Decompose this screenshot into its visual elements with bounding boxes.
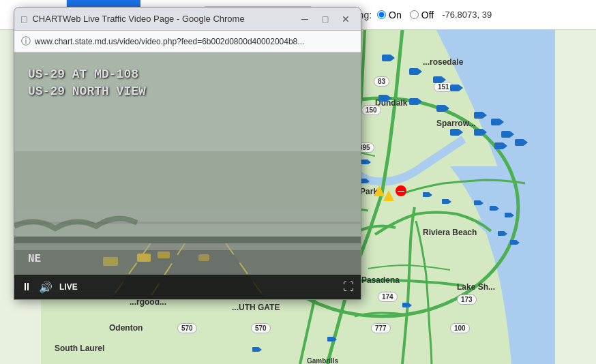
camera-icon-9[interactable] — [436, 105, 446, 112]
fullscreen-button[interactable]: ⛶ — [343, 281, 354, 293]
video-direction-label: NE — [28, 253, 41, 265]
browser-address-bar: ⓘ www.chart.state.md.us/video/video.php?… — [14, 31, 361, 52]
road-label-570: 570 — [177, 323, 197, 333]
camera-icon-5[interactable] — [433, 76, 443, 83]
camera-icon-32[interactable] — [402, 303, 409, 307]
road-label-83: 83 — [374, 76, 389, 87]
clustering-on-label: On — [389, 10, 402, 20]
road-label-777: 777 — [371, 323, 391, 333]
video-line2: US-29 NORTH VIEW — [28, 85, 146, 98]
volume-button[interactable]: 🔊 — [39, 281, 53, 294]
road-label-173: 173 — [457, 294, 477, 305]
volume-icon: 🔊 — [39, 281, 53, 294]
camera-icon-11[interactable] — [491, 119, 501, 125]
svg-rect-10 — [103, 257, 118, 266]
clustering-on-radio[interactable] — [377, 10, 386, 19]
camera-icon-3[interactable] — [382, 55, 391, 61]
video-controls-bar: ⏸ 🔊 LIVE ⛶ — [14, 275, 361, 299]
camera-icon-8[interactable] — [409, 98, 419, 105]
info-icon: ⓘ — [21, 35, 31, 48]
clustering-off-label: Off — [421, 10, 434, 20]
camera-icon-13[interactable] — [474, 129, 483, 136]
close-button[interactable]: ✕ — [338, 11, 354, 27]
camera-icon-23[interactable] — [442, 199, 449, 204]
road-label-570b: 570 — [251, 323, 271, 333]
minimize-icon: ─ — [301, 14, 308, 25]
clustering-radio-group: On Off — [377, 10, 434, 20]
clustering-off-option[interactable]: Off — [410, 10, 434, 20]
browser-title-area: □ CHARTWeb Live Traffic Video Page - Goo… — [21, 14, 297, 25]
road-label-100b: 100 — [450, 323, 470, 333]
browser-window: □ CHARTWeb Live Traffic Video Page - Goo… — [14, 7, 361, 300]
video-line1: US-29 AT MD-108 — [28, 67, 138, 81]
camera-icon-22[interactable] — [423, 192, 430, 197]
road-label-774: 174 — [378, 292, 398, 302]
live-badge: LIVE — [59, 282, 78, 292]
close-icon: ✕ — [342, 14, 350, 25]
browser-titlebar: □ CHARTWeb Live Traffic Video Page - Goo… — [14, 7, 361, 31]
svg-rect-9 — [158, 252, 170, 258]
video-overlay-text: US-29 AT MD-108 US-29 NORTH VIEW — [28, 66, 146, 100]
camera-icon-12[interactable] — [450, 129, 460, 136]
coordinates-display: -76.8073, 39 — [442, 10, 492, 20]
camera-icon-24[interactable] — [474, 200, 481, 205]
svg-rect-12 — [14, 237, 361, 243]
pause-icon: ⏸ — [21, 281, 32, 293]
camera-icon-6[interactable] — [450, 85, 460, 91]
camera-icon-7[interactable] — [378, 95, 388, 102]
browser-url: www.chart.state.md.us/video/video.php?fe… — [35, 37, 354, 46]
clustering-off-radio[interactable] — [410, 10, 419, 19]
camera-icon-26[interactable] — [505, 213, 511, 217]
minimize-button[interactable]: ─ — [297, 11, 313, 27]
camera-icon-27[interactable] — [498, 231, 505, 236]
no-entry-icon-1[interactable]: — — [396, 185, 406, 196]
video-container: US-29 AT MD-108 US-29 NORTH VIEW NE ⏸ 🔊 … — [14, 52, 361, 299]
fullscreen-icon: ⛶ — [343, 281, 354, 293]
camera-icon-15[interactable] — [494, 142, 504, 149]
play-pause-button[interactable]: ⏸ — [21, 281, 32, 293]
svg-rect-8 — [137, 254, 151, 262]
camera-icon-19[interactable] — [361, 160, 368, 164]
svg-rect-11 — [198, 254, 209, 261]
clustering-on-option[interactable]: On — [377, 10, 402, 20]
camera-icon-28[interactable] — [510, 240, 517, 245]
restore-button[interactable]: □ — [317, 11, 333, 27]
video-display: US-29 AT MD-108 US-29 NORTH VIEW NE ⏸ 🔊 … — [14, 52, 361, 299]
browser-page-icon: □ — [21, 14, 27, 25]
camera-icon-34[interactable] — [252, 347, 259, 352]
camera-icon-4[interactable] — [409, 68, 419, 75]
svg-rect-7 — [14, 209, 361, 250]
camera-icon-10[interactable] — [474, 112, 483, 119]
browser-window-controls: ─ □ ✕ — [297, 11, 354, 27]
browser-title-text: CHARTWeb Live Traffic Video Page - Googl… — [32, 14, 244, 24]
camera-icon-14[interactable] — [501, 131, 511, 138]
camera-icon-33[interactable] — [327, 337, 334, 342]
camera-icon-25[interactable] — [490, 206, 496, 211]
restore-icon: □ — [323, 14, 328, 25]
camera-icon-16[interactable] — [515, 139, 524, 146]
road-label-150: 150 — [361, 105, 381, 115]
